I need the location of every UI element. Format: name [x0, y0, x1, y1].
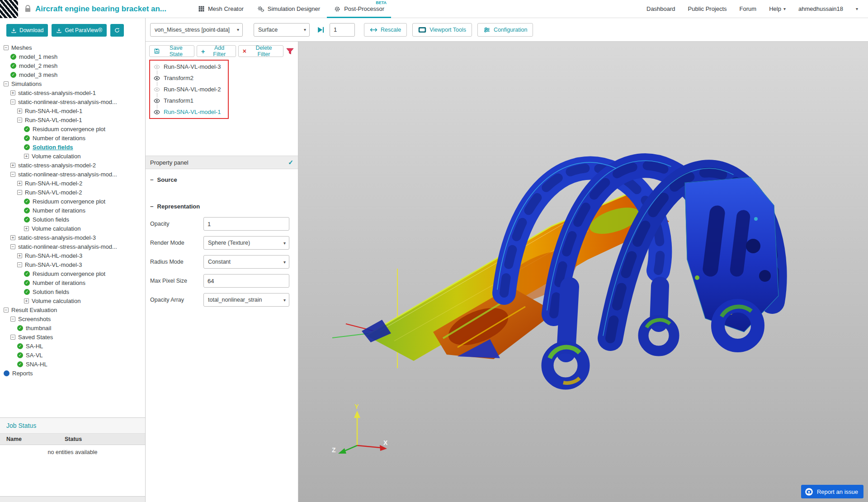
- tree-item-label[interactable]: Run-SNA-HL-model-1: [25, 108, 82, 114]
- render-viewport[interactable]: Y X Z Report an issue: [298, 42, 868, 502]
- tree-item-number-of-iterations[interactable]: ✓Number of iterations: [0, 133, 145, 142]
- save-state-button[interactable]: Save State: [149, 45, 194, 57]
- collapse-toggle-icon[interactable]: −: [4, 308, 9, 313]
- tree-item-label[interactable]: model_3 mesh: [19, 71, 57, 78]
- tree-item-solution-fields[interactable]: ✓Solution fields: [0, 215, 145, 224]
- configuration-button[interactable]: Configuration: [477, 23, 533, 37]
- tree-item-label[interactable]: Saved States: [18, 334, 53, 341]
- tree-item-solution-fields[interactable]: ✓Solution fields: [0, 287, 145, 296]
- collapse-toggle-icon[interactable]: −: [10, 172, 15, 177]
- report-issue-button[interactable]: Report an issue: [801, 485, 863, 498]
- tree-item-residuum-convergence-plot[interactable]: ✓Residuum convergence plot: [0, 197, 145, 206]
- tree-item-label[interactable]: static-stress-analysis-model-3: [18, 234, 96, 241]
- expand-toggle-icon[interactable]: +: [24, 154, 29, 159]
- tree-item-label[interactable]: Number of iterations: [33, 207, 85, 214]
- collapse-toggle-icon[interactable]: −: [17, 262, 22, 267]
- tree-item-sa-vl[interactable]: ✓SA-VL: [0, 350, 145, 360]
- expand-toggle-icon[interactable]: +: [17, 181, 22, 186]
- collapse-toggle-icon[interactable]: −: [10, 317, 15, 322]
- visibility-eye-icon[interactable]: [153, 75, 160, 82]
- tree-item-result-evaluation[interactable]: −Result Evaluation: [0, 305, 145, 314]
- collapse-toggle-icon[interactable]: −: [10, 335, 15, 340]
- tree-item-screenshots[interactable]: −Screenshots: [0, 314, 145, 323]
- expand-toggle-icon[interactable]: +: [10, 163, 15, 168]
- tree-item-volume-calculation[interactable]: +Volume calculation: [0, 224, 145, 233]
- collapse-dash-icon[interactable]: −: [150, 176, 154, 183]
- tree-item-thumbnail[interactable]: ✓thumbnail: [0, 323, 145, 332]
- tree-item-label[interactable]: Solution fields: [33, 289, 69, 295]
- tree-item-label[interactable]: Residuum convergence plot: [33, 198, 105, 205]
- tree-item-volume-calculation[interactable]: +Volume calculation: [0, 296, 145, 305]
- pipeline-item-run-sna-vl-model-1[interactable]: Run-SNA-VL-model-1: [150, 106, 228, 118]
- tree-item-label[interactable]: model_2 mesh: [19, 62, 57, 69]
- get-paraview-button[interactable]: Get ParaView®: [52, 24, 107, 37]
- tree-item-label[interactable]: Reports: [12, 370, 33, 377]
- tree-item-run-sna-hl-model-3[interactable]: +Run-SNA-HL-model-3: [0, 251, 145, 260]
- tree-item-volume-calculation[interactable]: +Volume calculation: [0, 152, 145, 161]
- help-menu[interactable]: Help▾: [769, 5, 786, 12]
- tree-item-label[interactable]: Residuum convergence plot: [33, 126, 105, 133]
- tree-item-label[interactable]: SA-HL: [26, 343, 43, 350]
- render-mode-select[interactable]: Sphere (Texture)▾: [203, 236, 289, 250]
- collapse-toggle-icon[interactable]: −: [4, 81, 9, 86]
- tree-item-label[interactable]: SNA-HL: [26, 361, 47, 368]
- nav-link-forum[interactable]: Forum: [740, 5, 757, 12]
- tree-item-label[interactable]: static-nonlinear-stress-analysis-mod...: [18, 99, 117, 105]
- pipeline-item-run-sna-vl-model-3[interactable]: Run-SNA-VL-model-3: [150, 61, 228, 72]
- tree-item-meshes[interactable]: −Meshes: [0, 43, 145, 52]
- tree-item-run-sna-vl-model-2[interactable]: −Run-SNA-VL-model-2: [0, 188, 145, 197]
- rescale-button[interactable]: Rescale: [364, 23, 407, 37]
- tree-item-label[interactable]: Residuum convergence plot: [33, 270, 105, 277]
- nav-link-dashboard[interactable]: Dashboard: [646, 5, 675, 12]
- visibility-eye-icon[interactable]: [153, 63, 160, 71]
- tree-item-label[interactable]: static-nonlinear-stress-analysis-mod...: [18, 171, 117, 178]
- tree-item-residuum-convergence-plot[interactable]: ✓Residuum convergence plot: [0, 124, 145, 133]
- tree-item-number-of-iterations[interactable]: ✓Number of iterations: [0, 278, 145, 287]
- pipeline-item-label[interactable]: Transform2: [164, 75, 193, 81]
- field-array-select[interactable]: von_Mises_stress [point-data] ▾: [150, 23, 243, 37]
- visibility-eye-icon[interactable]: [153, 109, 160, 116]
- expand-toggle-icon[interactable]: +: [24, 298, 29, 303]
- pipeline-item-transform1[interactable]: Transform1: [150, 95, 228, 106]
- refresh-button[interactable]: [110, 24, 124, 37]
- tab-mesh-creator[interactable]: Mesh Creator: [191, 0, 250, 18]
- tree-item-sna-hl[interactable]: ✓SNA-HL: [0, 360, 145, 369]
- tree-item-label[interactable]: thumbnail: [26, 325, 51, 332]
- tree-item-static-nonlinear-stress-analysis-mod[interactable]: −static-nonlinear-stress-analysis-mod...: [0, 242, 145, 251]
- expand-toggle-icon[interactable]: +: [17, 253, 22, 258]
- tree-item-label[interactable]: Number of iterations: [33, 279, 85, 286]
- tree-item-static-stress-analysis-model-2[interactable]: +static-stress-analysis-model-2: [0, 161, 145, 170]
- tree-item-static-stress-analysis-model-1[interactable]: +static-stress-analysis-model-1: [0, 88, 145, 97]
- download-button[interactable]: Download: [6, 24, 48, 37]
- tree-item-label[interactable]: Run-SNA-VL-model-3: [25, 261, 82, 268]
- tree-item-number-of-iterations[interactable]: ✓Number of iterations: [0, 206, 145, 215]
- pipeline-item-label[interactable]: Run-SNA-VL-model-2: [164, 86, 221, 93]
- section-representation[interactable]: − Representation: [146, 196, 298, 210]
- tree-item-model-2-mesh[interactable]: ✓model_2 mesh: [0, 61, 145, 70]
- tree-item-label[interactable]: Volume calculation: [32, 225, 80, 232]
- tree-item-label[interactable]: Simulations: [11, 81, 42, 87]
- pipeline-item-label[interactable]: Run-SNA-VL-model-3: [164, 63, 221, 70]
- tree-item-simulations[interactable]: −Simulations: [0, 79, 145, 88]
- tree-item-label[interactable]: model_1 mesh: [19, 53, 57, 60]
- representation-select[interactable]: Surface ▾: [254, 23, 310, 37]
- collapse-toggle-icon[interactable]: −: [17, 190, 22, 195]
- expand-toggle-icon[interactable]: +: [17, 109, 22, 114]
- tree-item-run-sna-vl-model-1[interactable]: −Run-SNA-VL-model-1: [0, 115, 145, 124]
- filter-funnel-icon[interactable]: [286, 47, 294, 56]
- tree-item-run-sna-vl-model-3[interactable]: −Run-SNA-VL-model-3: [0, 260, 145, 269]
- tree-item-residuum-convergence-plot[interactable]: ✓Residuum convergence plot: [0, 269, 145, 278]
- collapse-toggle-icon[interactable]: −: [17, 118, 22, 123]
- tree-item-label[interactable]: Result Evaluation: [11, 307, 57, 313]
- tree-item-label[interactable]: Meshes: [11, 44, 32, 51]
- frame-input[interactable]: [330, 23, 355, 37]
- username[interactable]: ahmedhussain18: [798, 5, 843, 12]
- collapse-toggle-icon[interactable]: −: [10, 99, 15, 104]
- tree-item-model-1-mesh[interactable]: ✓model_1 mesh: [0, 52, 145, 61]
- collapse-dash-icon[interactable]: −: [150, 203, 154, 210]
- tree-item-model-3-mesh[interactable]: ✓model_3 mesh: [0, 70, 145, 79]
- max-pixel-size-input[interactable]: [203, 274, 289, 288]
- scrollbar-track[interactable]: [0, 497, 145, 502]
- radius-mode-select[interactable]: Constant▾: [203, 255, 289, 269]
- tree-item-saved-states[interactable]: −Saved States: [0, 332, 145, 341]
